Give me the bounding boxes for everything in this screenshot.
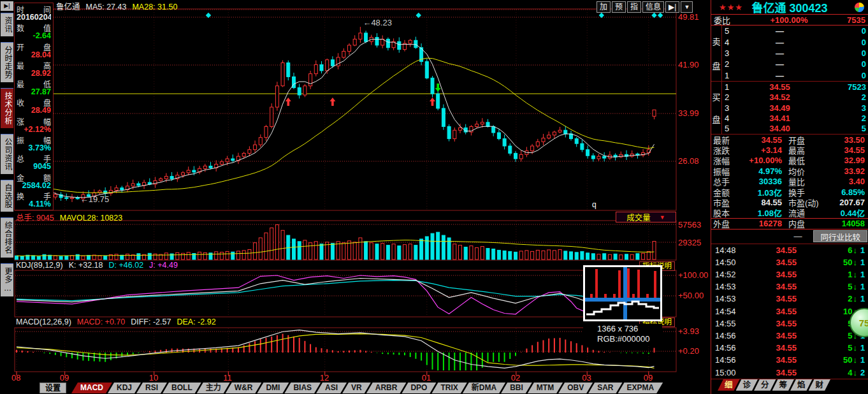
queue-row[interactable]: 234.522 (722, 92, 868, 102)
info-row: 开盘28.04 (17, 41, 51, 60)
magnifier-tooltip: 1366 x 736 RGB:#000000 (583, 265, 662, 344)
x-axis-label: 09 (60, 373, 69, 383)
macd-header: MACD(12,26,9)MACD: +0.70DIFF: -2.57DEA: … (16, 317, 222, 326)
quote-tab-细[interactable]: 细 (718, 379, 740, 391)
pie-chart-icon[interactable] (855, 3, 864, 12)
queue-row[interactable]: 1—0 (722, 70, 868, 81)
quote-tab-财[interactable]: 财 (809, 379, 831, 391)
buy-queue: 买盘 134.557523234.522334.493434.412534.40… (711, 81, 868, 134)
stock-code: 300423 (789, 2, 827, 15)
volume-indicator-dropdown[interactable]: 成交量 ▼ (616, 212, 676, 223)
indicator-tab-MTM[interactable]: MTM (528, 383, 563, 393)
header-part: K: +32.18 (69, 261, 103, 270)
chart-toolbar: 加预指信息▶|▼ (597, 1, 693, 13)
left-nav-t-自选股[interactable]: 自选股 (1, 180, 13, 212)
quote-stats: 最新34.55开盘33.50涨跌+3.14最高34.55涨幅+10.00%最低3… (711, 134, 868, 218)
x-axis-label: 09 (644, 373, 653, 383)
settings-tab[interactable]: 设置 (40, 383, 66, 393)
volume-header: 总手: 9045MAVOL28: 10823 (16, 211, 128, 220)
quote-tab-分[interactable]: 分 (754, 379, 776, 391)
info-row: 总手9045 (17, 153, 51, 171)
indicator-tab-TRIX[interactable]: TRIX (431, 383, 467, 393)
queue-row[interactable]: 334.493 (722, 103, 868, 113)
tick-row: 14:5334.552↓1 (711, 293, 868, 305)
left-nav-t-公司资讯[interactable]: 公司资讯 (1, 134, 13, 174)
x-axis-label: 12 (320, 373, 329, 383)
quote-tab-焰[interactable]: 焰 (790, 379, 813, 391)
toolbar-dropdown-icon[interactable]: ▼ (681, 1, 693, 13)
left-nav: ▶|资讯分时走势技术分析公司资讯自选股综合排名更多… (0, 0, 14, 394)
quote-panel: ★★★ 鲁亿通 300423 委比 +100.00% 7535 卖盘 5—04—… (711, 0, 868, 394)
svg-text:+0.20: +0.20 (678, 346, 699, 356)
queue-row[interactable]: 434.412 (722, 113, 868, 123)
toolbar-button-指[interactable]: 指 (627, 1, 641, 13)
indicator-tab-新DMA[interactable]: 新DMA (463, 383, 505, 393)
left-nav-t-资讯[interactable]: 资讯 (1, 13, 13, 36)
header-part: DIFF: -2.57 (131, 317, 171, 326)
quote-tab-筹[interactable]: 筹 (772, 379, 795, 391)
indicator-tab-RSI[interactable]: RSI (136, 383, 167, 393)
industry-compare-button[interactable]: 同行业比较 (813, 230, 867, 242)
tick-list[interactable]: 14:4834.556↓114:5034.5550↓114:5234.551↓1… (711, 244, 868, 379)
svg-text:41.90: 41.90 (678, 60, 699, 69)
header-part: MAVOL28: 10823 (60, 214, 122, 223)
toolbar-button-信息[interactable]: 信息 (642, 1, 664, 13)
indicator-tab-ASI[interactable]: ASI (316, 383, 347, 393)
header-part: 鲁亿通 (56, 3, 80, 11)
queue-row[interactable]: 134.557523 (722, 82, 868, 92)
weibi-value: +100.00% (749, 15, 828, 25)
queue-row[interactable]: 2—0 (722, 59, 868, 69)
chart-title: 鲁亿通MA5: 27.43MA28: 31.50 (56, 0, 183, 9)
indicator-tab-DPO[interactable]: DPO (401, 383, 436, 393)
toolbar-button-预[interactable]: 预 (612, 1, 626, 13)
weibi-row: 委比 +100.00% 7535 (711, 14, 868, 26)
left-nav-t-综合排名[interactable]: 综合排名 (1, 217, 13, 258)
indicator-tab-BOLL[interactable]: BOLL (163, 383, 201, 393)
indicator-tab-KDJ[interactable]: KDJ (108, 383, 141, 393)
collapse-dash[interactable]: — (793, 231, 802, 241)
indicator-tab-BBI[interactable]: BBI (501, 383, 532, 393)
x-axis-label: 11 (223, 373, 232, 383)
indicator-tab-bar: 设置MACDKDJRSIBOLL主力W&RDMIBIASASIVRARBRDPO… (40, 383, 658, 393)
quote-tab-诊[interactable]: 诊 (736, 379, 758, 391)
stat-row: 最新34.55开盘33.50 (711, 135, 868, 145)
indicator-tab-EXPMA[interactable]: EXPMA (618, 383, 663, 393)
stat-row: 金额1.03亿换手6.85% (711, 187, 868, 197)
jump-to-latest-icon[interactable]: ▶| (665, 1, 679, 13)
queue-row[interactable]: 5—0 (722, 26, 868, 36)
indicator-tab-ARBR[interactable]: ARBR (366, 383, 407, 393)
header-part: D: +46.02 (109, 261, 144, 270)
queue-row[interactable]: 534.405 (722, 124, 868, 134)
indicator-tab-主力[interactable]: 主力 (197, 383, 230, 393)
collapse-panel-icon[interactable]: ▶| (1, 1, 13, 11)
app-window: 49.8141.9033.9926.085756329325+100.00+50… (0, 0, 868, 394)
header-part: 总手: 9045 (16, 214, 54, 223)
indicator-tab-BIAS[interactable]: BIAS (284, 383, 321, 393)
tick-row: 14:5634.555↓1 (711, 342, 868, 354)
toolbar-button-加[interactable]: 加 (597, 1, 611, 13)
indicator-tab-OBV[interactable]: OBV (558, 383, 593, 393)
header-part: KDJ(89,12,9) (16, 261, 63, 270)
queue-row[interactable]: 4—0 (722, 36, 868, 47)
left-nav-t-更多…[interactable]: 更多… (1, 263, 13, 296)
indicator-tab-VR[interactable]: VR (342, 383, 371, 393)
left-nav-t-分时走势[interactable]: 分时走势 (1, 42, 13, 82)
sell-queue-label: 卖盘 (711, 26, 722, 81)
indicator-tab-MACD[interactable]: MACD (71, 383, 112, 393)
svg-text:+100.00: +100.00 (678, 270, 708, 280)
left-nav-t-技术分析[interactable]: 技术分析 (1, 88, 13, 128)
tick-row: 14:5634.555↓1 (711, 330, 868, 342)
queue-row[interactable]: 3—0 (722, 48, 868, 59)
info-row: 收盘28.49 (17, 97, 51, 115)
svg-text:←19.75: ←19.75 (80, 194, 110, 204)
indicator-tab-W&R[interactable]: W&R (226, 383, 262, 393)
info-row: 换手4.11% (17, 191, 51, 209)
indicator-tab-SAR[interactable]: SAR (588, 383, 622, 393)
stat-row: 总手30336量比3.40 (711, 177, 868, 187)
svg-text:49.81: 49.81 (678, 12, 699, 22)
indicator-tab-DMI[interactable]: DMI (257, 383, 289, 393)
tick-row: 15:0034.554↓2 (711, 367, 868, 379)
stat-row: 市盈84.55市盈(动)207.67 (711, 197, 868, 207)
header-part: DEA: -2.92 (177, 317, 215, 326)
header-part: J: +4.49 (149, 261, 178, 270)
